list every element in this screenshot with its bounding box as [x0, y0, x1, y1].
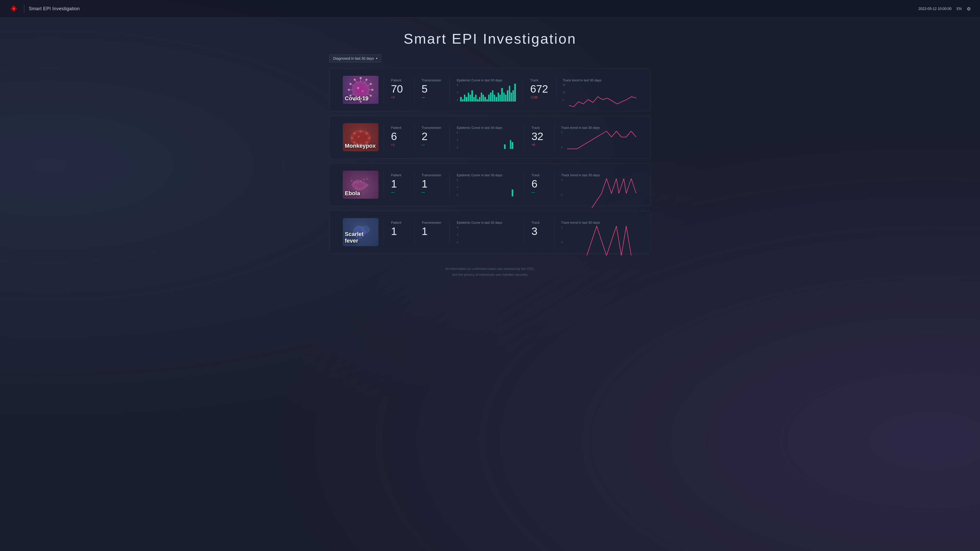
gear-icon[interactable]: ⚙: [967, 6, 972, 11]
y-mid: 4: [457, 91, 458, 94]
svg-point-35: [351, 137, 353, 139]
epidemic-bar: [512, 142, 513, 149]
y-mid: 4: [457, 233, 458, 236]
trend-y-max: 40: [563, 84, 566, 86]
y-min: 0: [457, 241, 458, 244]
patient-label: Patient: [391, 221, 406, 224]
patient-value: 6: [391, 131, 406, 142]
svg-point-6: [370, 95, 372, 97]
track-value: 6: [531, 179, 546, 189]
epidemic-chart-scarlet-fever: Epidemic Curve in last 30 days 8 4 0: [449, 219, 524, 246]
svg-point-43: [360, 180, 362, 182]
epidemic-bar: [494, 95, 495, 101]
patient-delta: +2: [391, 95, 406, 99]
track-label: Track: [531, 173, 546, 177]
epidemic-bar: [475, 95, 476, 101]
epidemic-bar: [462, 99, 463, 102]
y-max: 8: [457, 226, 458, 229]
huawei-logo-icon: [8, 3, 19, 14]
epidemic-label: Epidemic Curve in last 30 days: [457, 221, 517, 224]
track-delta: —: [531, 190, 546, 194]
footer-line1: All information on confirmed cases was r…: [329, 266, 651, 272]
trend-svg: [567, 131, 636, 161]
chevron-down-icon: ▾: [376, 57, 377, 60]
epidemic-bar: [510, 140, 511, 149]
disease-card-ebola[interactable]: Ebola Patient 1 — Transmission 1 — Epide…: [329, 163, 651, 206]
bar-chart-yaxis: 8 4 0: [457, 84, 458, 102]
trend-y-max: 1: [561, 226, 563, 229]
svg-point-27: [357, 87, 360, 89]
transmission-label: Transmission: [422, 173, 441, 177]
bar-chart-bars: [460, 226, 517, 244]
epidemic-bar: [511, 93, 512, 102]
trend-chart-area: 1 0: [561, 226, 636, 244]
transmission-value: 2: [422, 131, 441, 142]
track-value: 672: [530, 84, 548, 94]
footer: All information on confirmed cases was r…: [329, 258, 651, 280]
trend-yaxis: 5 0: [561, 131, 563, 149]
patient-value: 70: [391, 84, 406, 94]
epidemic-label: Epidemic Curve in last 30 days: [457, 126, 517, 130]
disease-card-monkeypox[interactable]: Monkeypox Patient 6 +1 Transmission 2 — …: [329, 116, 651, 159]
disease-card-scarlet-fever[interactable]: Scarlet fever Patient 1 Transmission 1 E…: [329, 211, 651, 254]
svg-point-42: [357, 182, 359, 183]
epidemic-bar: [501, 88, 503, 102]
svg-point-31: [368, 137, 371, 139]
track-label: Track: [531, 126, 546, 130]
disease-image-section: Covid-19: [338, 76, 383, 104]
patient-value: 1: [391, 179, 406, 189]
disease-card-covid19[interactable]: Covid-19 Patient 70 +2 Transmission 5 — …: [329, 68, 651, 111]
epidemic-bar: [504, 144, 505, 149]
trend-chart-scarlet-fever: Track trend in last 30 days 1 0: [555, 219, 642, 246]
filter-dropdown[interactable]: Diagnosed in last 30 days ▾: [329, 55, 381, 62]
epidemic-bar: [512, 90, 514, 102]
patient-metric-monkeypox: Patient 6 +1: [383, 124, 414, 151]
bar-chart-bars: [460, 179, 517, 197]
disease-name-monkeypox: Monkeypox: [345, 143, 375, 149]
disease-image-ebola: Ebola: [343, 171, 379, 199]
epidemic-bar: [487, 99, 488, 102]
transmission-delta: —: [422, 143, 441, 147]
epidemic-bar: [473, 97, 475, 102]
svg-point-45: [366, 178, 368, 179]
trend-label: Track trend in last 30 days: [561, 126, 636, 130]
trend-svg: [567, 226, 636, 256]
epidemic-bar: [498, 93, 499, 102]
trend-chart-area: 5 0: [561, 131, 636, 149]
trend-label: Track trend in last 30 days: [561, 173, 636, 177]
svg-point-30: [354, 133, 367, 143]
transmission-metric-covid19: Transmission 5 —: [414, 76, 449, 103]
disease-name-ebola: Ebola: [345, 190, 360, 197]
svg-point-20: [354, 79, 356, 81]
card-metrics-monkeypox: Patient 6 +1 Transmission 2 — Epidemic C…: [383, 124, 642, 151]
bar-chart-yaxis: 8 4 0: [457, 226, 458, 244]
transmission-metric-monkeypox: Transmission 2 —: [414, 124, 449, 151]
track-value: 32: [531, 131, 546, 142]
epidemic-bar: [492, 90, 493, 102]
filter-bar: Diagnosed in last 30 days ▾: [329, 55, 651, 62]
epidemic-bar: [496, 97, 497, 102]
footer-line2: and the privacy of individuals was handl…: [329, 272, 651, 278]
disease-image-covid19: Covid-19: [343, 76, 379, 104]
trend-yaxis: 1 0: [561, 226, 563, 244]
patient-delta: —: [391, 190, 406, 194]
track-metric-scarlet-fever: Track 3: [524, 219, 555, 246]
trend-svg: [569, 84, 636, 113]
svg-point-24: [366, 79, 368, 81]
svg-point-0: [13, 8, 15, 10]
bar-chart-area: 8 4 0: [457, 179, 517, 197]
card-metrics-covid19: Patient 70 +2 Transmission 5 — Epidemic …: [383, 76, 642, 103]
trend-chart-ebola: Track trend in last 30 days 2 0: [555, 171, 642, 198]
epidemic-chart-ebola: Epidemic Curve in last 30 days 8 4 0: [449, 171, 524, 198]
transmission-delta: —: [422, 190, 441, 194]
topbar-right: 2022-05-12 10:00:00 EN ⚙: [918, 6, 972, 11]
svg-point-40: [351, 180, 352, 182]
topbar-language[interactable]: EN: [957, 6, 962, 11]
y-min: 0: [457, 194, 458, 197]
patient-label: Patient: [391, 126, 406, 130]
svg-point-2: [355, 84, 366, 95]
epidemic-bar: [505, 95, 506, 101]
track-delta: +6: [531, 143, 546, 147]
svg-point-18: [349, 83, 352, 85]
disease-image-section: Scarlet fever: [338, 218, 383, 246]
